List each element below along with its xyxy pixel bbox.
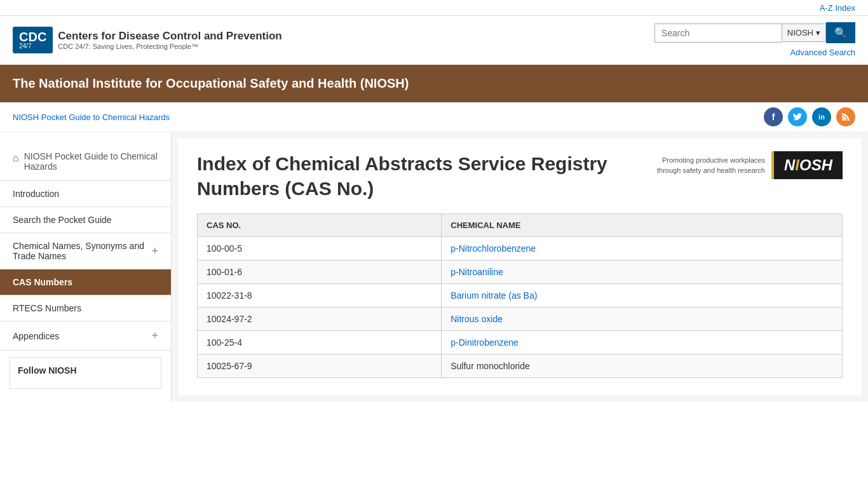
niosh-badge: NIOSH: [771, 151, 843, 179]
introduction-link[interactable]: Introduction: [13, 189, 59, 199]
main-container: ⌂ NIOSH Pocket Guide to Chemical Hazards…: [0, 132, 868, 402]
table-row: Sulfur monochloride: [442, 355, 843, 378]
table-row: 10025-67-9: [198, 355, 442, 378]
linkedin-icon[interactable]: in: [812, 107, 831, 126]
table-row: 10024-97-2: [198, 308, 442, 331]
table-row[interactable]: p-Nitroaniline: [442, 261, 843, 284]
search-pocket-guide-link[interactable]: Search the Pocket Guide: [13, 215, 112, 225]
table-row: 100-00-5: [198, 237, 442, 261]
search-button[interactable]: 🔍: [826, 22, 855, 43]
niosh-logo-text: Promoting productive workplaces through …: [657, 155, 765, 176]
chemical-names-link[interactable]: Chemical Names, Synonyms and Trade Names: [13, 241, 151, 261]
table-row[interactable]: Nitrous oxide: [442, 308, 843, 331]
rtecs-numbers-link[interactable]: RTECS Numbers: [13, 303, 81, 313]
follow-niosh-title: Follow NIOSH: [18, 365, 153, 376]
org-name: Centers for Disease Control and Preventi…: [58, 30, 281, 43]
sidebar-item-search-pocket-guide[interactable]: Search the Pocket Guide: [0, 207, 171, 233]
table-row[interactable]: p-Nitrochlorobenzene: [442, 237, 843, 261]
facebook-icon[interactable]: f: [764, 107, 783, 126]
advanced-search-link[interactable]: Advanced Search: [790, 48, 855, 57]
table-row[interactable]: p-Dinitrobenzene: [442, 331, 843, 355]
scope-label: NIOSH: [787, 28, 813, 37]
chemical-name-col-header: CHEMICAL NAME: [442, 214, 843, 237]
table-row: 100-25-4: [198, 331, 442, 355]
search-icon: 🔍: [834, 27, 847, 38]
sidebar-item-rtecs-numbers[interactable]: RTECS Numbers: [0, 295, 171, 322]
rss-icon[interactable]: [836, 107, 855, 126]
table-row[interactable]: Barium nitrate (as Ba): [442, 284, 843, 308]
cdc-text: Centers for Disease Control and Preventi…: [58, 30, 281, 50]
cdc-logo: CDC24/7 Centers for Disease Control and …: [13, 27, 282, 53]
tagline: CDC 24/7: Saving Lives, Protecting Peopl…: [58, 43, 281, 50]
cdc-logo-box: CDC24/7: [13, 27, 53, 53]
sidebar-home-link[interactable]: NIOSH Pocket Guide to Chemical Hazards: [24, 151, 158, 172]
home-icon: ⌂: [13, 152, 19, 164]
sidebar-item-chemical-names[interactable]: Chemical Names, Synonyms and Trade Names…: [0, 233, 171, 269]
chevron-down-icon: ▾: [816, 28, 820, 37]
chemical-link[interactable]: p-Nitrochlorobenzene: [451, 243, 536, 254]
sidebar: ⌂ NIOSH Pocket Guide to Chemical Hazards…: [0, 132, 172, 402]
breadcrumb-bar: NIOSH Pocket Guide to Chemical Hazards f…: [0, 102, 868, 132]
logo-area: CDC24/7 Centers for Disease Control and …: [13, 27, 282, 53]
svg-point-0: [842, 118, 844, 121]
sidebar-item-cas-numbers[interactable]: CAS Numbers: [0, 269, 171, 295]
header-right: NIOSH ▾ 🔍 Advanced Search: [654, 22, 855, 57]
search-scope-dropdown[interactable]: NIOSH ▾: [782, 24, 826, 42]
cas-col-header: CAS No.: [198, 214, 442, 237]
breadcrumb-link[interactable]: NIOSH Pocket Guide to Chemical Hazards: [13, 112, 170, 122]
sidebar-home[interactable]: ⌂ NIOSH Pocket Guide to Chemical Hazards: [0, 145, 171, 181]
expand-chemical-names-icon[interactable]: +: [151, 245, 158, 258]
header: CDC24/7 Centers for Disease Control and …: [0, 16, 868, 65]
top-bar: A-Z Index: [0, 0, 868, 16]
table-row: 100-01-6: [198, 261, 442, 284]
chemical-link[interactable]: p-Dinitrobenzene: [451, 337, 519, 348]
niosh-banner: The National Institute for Occupational …: [0, 65, 868, 102]
chemical-link[interactable]: Nitrous oxide: [451, 314, 503, 324]
sidebar-item-appendices[interactable]: Appendices +: [0, 322, 171, 351]
appendices-link[interactable]: Appendices: [13, 331, 59, 341]
search-input[interactable]: [654, 24, 782, 43]
chemical-link[interactable]: p-Nitroaniline: [451, 267, 503, 277]
social-icons: f in: [764, 107, 855, 126]
advanced-search-link-area: Advanced Search: [790, 47, 855, 57]
niosh-logo-area: Promoting productive workplaces through …: [657, 151, 843, 179]
table-row: 10022-31-8: [198, 284, 442, 308]
follow-niosh-box: Follow NIOSH: [10, 357, 161, 389]
twitter-icon[interactable]: [788, 107, 807, 126]
az-index-link[interactable]: A-Z Index: [820, 3, 855, 13]
search-row: NIOSH ▾ 🔍: [654, 22, 855, 43]
main-content: Promoting productive workplaces through …: [178, 139, 862, 395]
chemical-link[interactable]: Barium nitrate (as Ba): [451, 290, 537, 301]
expand-appendices-icon[interactable]: +: [151, 329, 158, 342]
sidebar-item-introduction[interactable]: Introduction: [0, 181, 171, 207]
cas-numbers-label: CAS Numbers: [13, 277, 72, 287]
cas-table: CAS No. CHEMICAL NAME 100-00-5p-Nitrochl…: [197, 214, 843, 378]
